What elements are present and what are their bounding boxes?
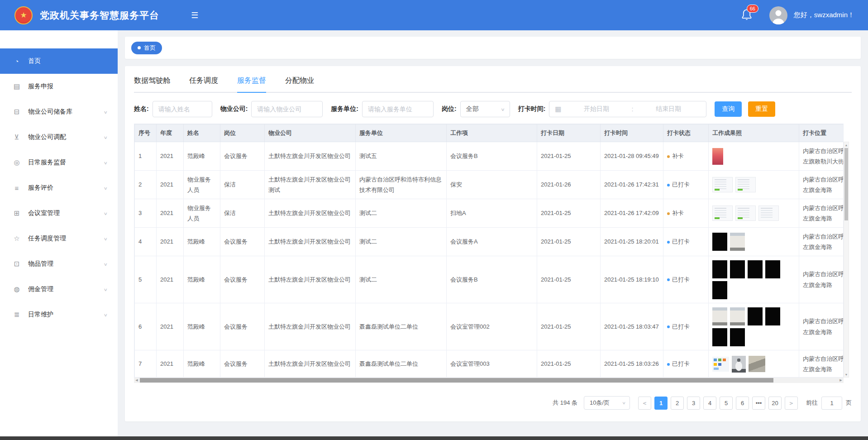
result-photo[interactable] — [758, 206, 779, 221]
result-photo[interactable] — [730, 328, 745, 346]
scroll-down-arrow-icon[interactable]: ▼ — [844, 372, 849, 377]
more-pages-button[interactable]: ••• — [752, 397, 765, 410]
result-photo[interactable] — [712, 328, 727, 346]
sidebar-item[interactable]: ⊻物业公司调配∨ — [0, 124, 118, 150]
company-filter-label: 物业公司: — [220, 105, 248, 113]
cell-time: 2021-01-26 17:42:31 — [601, 171, 663, 199]
result-photo[interactable] — [765, 260, 780, 278]
horizontal-scrollbar[interactable]: ◀ ▶ — [134, 378, 844, 383]
vertical-scrollbar[interactable]: ▲ ▼ — [844, 142, 849, 378]
result-photo[interactable] — [712, 281, 727, 299]
result-photo[interactable] — [730, 233, 745, 251]
sidebar-item[interactable]: ◔首页 — [0, 48, 118, 74]
sidebar-item[interactable]: ≡服务评价∨ — [0, 175, 118, 201]
cell-status: 已打卡 — [663, 256, 709, 303]
breadcrumb-tag-home[interactable]: 首页 — [131, 42, 162, 54]
name-input[interactable] — [153, 101, 212, 117]
column-header: 年度 — [157, 124, 184, 142]
chevron-down-icon: ∨ — [103, 312, 108, 317]
result-photo[interactable] — [765, 307, 780, 325]
calendar-icon: ▦ — [555, 105, 561, 113]
column-header: 姓名 — [184, 124, 220, 142]
goto-suffix: 页 — [846, 399, 852, 407]
sidebar-item[interactable]: ◍佣金管理∨ — [0, 277, 118, 302]
post-filter-label: 岗位: — [442, 105, 457, 113]
date-separator: : — [629, 105, 636, 113]
end-date-placeholder: 结束日期 — [636, 105, 701, 113]
sidebar-item[interactable]: ⊟物业公司储备库∨ — [0, 99, 118, 124]
notification-bell[interactable]: 66 — [741, 9, 754, 22]
page-number-buttons: 123456•••20 — [654, 397, 782, 410]
page-button[interactable]: 3 — [687, 397, 700, 410]
tab[interactable]: 数据驾驶舱 — [134, 76, 170, 92]
goto-page-input[interactable] — [821, 397, 842, 410]
scroll-left-arrow-icon[interactable]: ◀ — [134, 378, 139, 383]
table-row: 42021范殿峰会议服务土默特左旗金川开发区物业公司测试二会议服务A2021-0… — [135, 228, 844, 256]
chevron-down-icon: ∨ — [103, 186, 108, 191]
page-button[interactable]: 5 — [720, 397, 733, 410]
sidebar-item-label: 日常服务监督 — [28, 158, 66, 167]
service-evaluation-icon: ≡ — [12, 184, 22, 192]
horizontal-scroll-thumb[interactable] — [140, 378, 773, 383]
cell-location: 内蒙古自治区呼和浩特市土默特左旗金海路 — [799, 350, 844, 378]
result-photo[interactable] — [712, 233, 727, 251]
page-button[interactable]: 6 — [736, 397, 749, 410]
page-button[interactable]: 1 — [654, 397, 668, 410]
reset-button[interactable]: 重置 — [748, 101, 775, 117]
result-photo[interactable] — [730, 307, 745, 325]
result-photo[interactable] — [712, 206, 733, 221]
avatar[interactable] — [769, 6, 787, 24]
bottom-bar — [0, 436, 868, 440]
cell-name: 物业服务人员 — [184, 171, 220, 199]
result-photo[interactable] — [730, 260, 745, 278]
sidebar-item[interactable]: ≣日常维护∨ — [0, 302, 118, 327]
cell-company: 土默特左旗金川开发区物业公司 — [265, 303, 356, 350]
unit-input[interactable] — [362, 101, 434, 117]
result-photo[interactable] — [735, 206, 756, 221]
sidebar-item[interactable]: ◎日常服务监督∨ — [0, 150, 118, 175]
page-size-value: 10条/页 — [590, 399, 610, 407]
bell-icon — [741, 14, 752, 22]
result-photo[interactable] — [748, 307, 763, 325]
scroll-up-arrow-icon[interactable]: ▲ — [844, 142, 849, 148]
prev-page-button[interactable]: < — [638, 397, 651, 410]
tab[interactable]: 服务监督 — [237, 76, 266, 92]
page-button[interactable]: 2 — [671, 397, 684, 410]
sidebar-item[interactable]: ⊡物品管理∨ — [0, 251, 118, 277]
page-button[interactable]: 4 — [703, 397, 716, 410]
sidebar-item[interactable]: ⊞会议室管理∨ — [0, 201, 118, 226]
result-photo[interactable] — [712, 307, 727, 325]
page-button[interactable]: 20 — [768, 397, 782, 410]
result-photo[interactable] — [712, 260, 727, 278]
tab-bar: 数据驾驶舱任务调度服务监督分配物业 — [134, 66, 852, 93]
result-photo[interactable] — [712, 148, 723, 165]
menu-fold-icon[interactable]: ☰ — [191, 10, 198, 20]
report-icon: ▤ — [12, 82, 22, 91]
cell-year: 2021 — [157, 350, 184, 378]
result-photo[interactable] — [735, 177, 756, 192]
chevron-down-icon: ∨ — [501, 107, 505, 112]
sidebar-item[interactable]: ▤服务申报 — [0, 74, 118, 99]
tab[interactable]: 任务调度 — [189, 76, 218, 92]
search-button[interactable]: 查询 — [715, 101, 742, 117]
result-photo[interactable] — [712, 357, 729, 372]
cell-date: 2021-01-25 — [537, 228, 601, 256]
cell-name: 范殿峰 — [184, 142, 220, 171]
result-photo[interactable] — [732, 356, 746, 373]
result-photo[interactable] — [748, 260, 763, 278]
tab[interactable]: 分配物业 — [285, 76, 314, 92]
company-input[interactable] — [251, 101, 323, 117]
cell-date: 2021-01-26 — [537, 171, 601, 199]
next-page-button[interactable]: > — [785, 397, 798, 410]
result-photo[interactable] — [712, 177, 733, 192]
cell-unit: 测试二 — [356, 199, 447, 228]
result-photo[interactable] — [749, 356, 765, 372]
cell-company: 土默特左旗金川开发区物业公司测试 — [265, 171, 356, 199]
date-range-picker[interactable]: ▦ 开始日期 : 结束日期 — [549, 101, 706, 117]
scroll-right-arrow-icon[interactable]: ▶ — [838, 378, 844, 383]
sidebar-item[interactable]: ☆任务调度管理∨ — [0, 226, 118, 251]
cell-index: 7 — [135, 350, 157, 378]
post-select[interactable]: 全部 ∨ — [460, 101, 510, 117]
vertical-scroll-thumb[interactable] — [844, 148, 848, 220]
page-size-select[interactable]: 10条/页 ∨ — [584, 396, 630, 410]
